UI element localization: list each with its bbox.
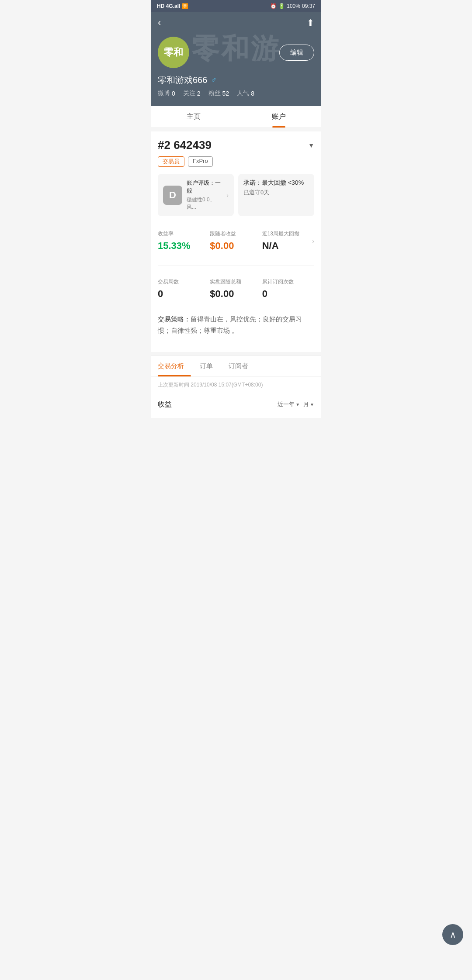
stat-weibo-value: 0 (172, 90, 175, 97)
metric-follower-value: $0.00 (210, 240, 262, 252)
username-row: 零和游戏666 ♂ (158, 74, 314, 86)
filter-month-label: 月 (303, 400, 309, 408)
metric-return-label: 收益率 (158, 230, 210, 238)
profile-header: 零和游 ‹ ⬆ 零和 编辑 零和游戏666 ♂ 微博 0 关注 2 粉丝 52 … (151, 12, 321, 106)
metrics-grid-row1: 收益率 15.33% 跟随者收益 $0.00 近13周最大回撤 N/A › (158, 225, 314, 257)
tab-subscribers[interactable]: 订阅者 (229, 356, 255, 376)
filter-month-button[interactable]: 月 ▼ (303, 400, 314, 408)
metric-trade-weeks-label: 交易周数 (158, 278, 210, 286)
tab-orders[interactable]: 订单 (200, 356, 220, 376)
share-button[interactable]: ⬆ (307, 17, 314, 28)
status-left: HD 4G.all 🛜 (157, 3, 188, 9)
metric-follower-profit: 跟随者收益 $0.00 (210, 225, 262, 257)
account-id: #2 642439 (158, 138, 212, 152)
strategy-section: 交易策略：留得青山在，风控优先；良好的交易习惯；自律性强；尊重市场 。 (158, 314, 314, 336)
stat-weibo: 微博 0 (158, 90, 175, 97)
metric-return-rate: 收益率 15.33% (158, 225, 210, 257)
metric-drawdown-label: 近13周最大回撤 (262, 230, 314, 238)
metric-live-total: 实盘跟随总额 $0.00 (210, 273, 262, 305)
alarm-icon: ⏰ (270, 3, 277, 9)
rating-card[interactable]: D 账户评级：一般 稳健性0.0、风... › (158, 174, 234, 216)
metric-subscriptions-value: 0 (262, 288, 314, 300)
promise-title: 承诺：最大回撤 <30% (243, 179, 309, 187)
username: 零和游戏666 (158, 74, 207, 86)
account-content: #2 642439 ▼ 交易员 FxPro D 账户评级：一般 稳健性0.0、风… (151, 131, 321, 352)
battery-icon: 🔋 (278, 3, 285, 9)
promise-subtitle: 已遵守0天 (243, 189, 309, 197)
rating-card-arrow-icon: › (226, 192, 229, 199)
update-time: 上次更新时间 2019/10/08 15:07(GMT+08:00) (151, 377, 321, 393)
nav-row: ‹ ⬆ (158, 17, 314, 28)
time: 09:37 (302, 3, 315, 9)
badge-row: 交易员 FxPro (158, 156, 314, 167)
metric-drawdown-value: N/A (262, 240, 314, 252)
metric-return-value: 15.33% (158, 240, 210, 252)
rating-subtitle: 稳健性0.0、风... (187, 196, 222, 211)
account-id-row: #2 642439 ▼ (158, 138, 314, 152)
promise-card: 承诺：最大回撤 <30% 已遵守0天 (238, 174, 314, 216)
metrics-grid-row2: 交易周数 0 实盘跟随总额 $0.00 累计订阅次数 0 (158, 273, 314, 305)
dropdown-arrow-icon[interactable]: ▼ (308, 142, 314, 149)
metric-trade-weeks: 交易周数 0 (158, 273, 210, 305)
metric-follower-label: 跟随者收益 (210, 230, 262, 238)
stats-row: 微博 0 关注 2 粉丝 52 人气 8 (158, 90, 314, 97)
stat-follow-label: 关注 (183, 90, 195, 97)
stat-popularity-value: 8 (251, 90, 254, 97)
revenue-section: 收益 近一年 ▼ 月 ▼ (151, 393, 321, 418)
back-button[interactable]: ‹ (158, 18, 161, 28)
analysis-tabs-section: 交易分析 订单 订阅者 上次更新时间 2019/10/08 15:07(GMT+… (151, 355, 321, 393)
metric-trade-weeks-value: 0 (158, 288, 210, 300)
status-right: ⏰ 🔋 100% 09:37 (270, 3, 315, 9)
profile-tabs: 主页 账户 (151, 106, 321, 128)
metric-subscriptions: 累计订阅次数 0 (262, 273, 314, 305)
strategy-title: 交易策略： (158, 315, 191, 323)
stat-popularity: 人气 8 (237, 90, 254, 97)
revenue-header: 收益 近一年 ▼ 月 ▼ (158, 400, 314, 409)
info-cards: D 账户评级：一般 稳健性0.0、风... › 承诺：最大回撤 <30% 已遵守… (158, 174, 314, 216)
metric-live-total-label: 实盘跟随总额 (210, 278, 262, 286)
rating-title: 账户评级：一般 (187, 179, 222, 195)
analysis-tab-row: 交易分析 订单 订阅者 (151, 356, 321, 377)
tab-account[interactable]: 账户 (236, 106, 321, 128)
filter-row: 近一年 ▼ 月 ▼ (278, 400, 314, 408)
stat-fans: 粉丝 52 (208, 90, 229, 97)
tab-trading-analysis[interactable]: 交易分析 (158, 356, 191, 376)
stat-follow-value: 2 (197, 90, 201, 97)
divider (158, 266, 314, 266)
battery-percent: 100% (287, 3, 300, 9)
badge-fxpro: FxPro (188, 156, 213, 167)
edit-button[interactable]: 编辑 (279, 45, 314, 61)
stat-follow: 关注 2 (183, 90, 201, 97)
profile-info-row: 零和 编辑 (158, 37, 314, 68)
revenue-title: 收益 (158, 400, 172, 409)
stat-fans-value: 52 (222, 90, 229, 97)
stat-weibo-label: 微博 (158, 90, 170, 97)
status-bar: HD 4G.all 🛜 ⏰ 🔋 100% 09:37 (151, 0, 321, 12)
tab-home[interactable]: 主页 (151, 106, 236, 128)
badge-trader: 交易员 (158, 156, 184, 167)
stat-popularity-label: 人气 (237, 90, 249, 97)
gender-icon: ♂ (211, 76, 217, 85)
metrics-row1-arrow-icon[interactable]: › (312, 238, 314, 245)
stat-fans-label: 粉丝 (208, 90, 221, 97)
filter-year-arrow-icon: ▼ (295, 402, 300, 407)
filter-year-button[interactable]: 近一年 ▼ (278, 400, 300, 408)
rating-card-text: 账户评级：一般 稳健性0.0、风... (187, 179, 222, 211)
metric-subscriptions-label: 累计订阅次数 (262, 278, 314, 286)
filter-month-arrow-icon: ▼ (310, 402, 314, 407)
rating-letter: D (163, 186, 182, 205)
filter-year-label: 近一年 (278, 400, 295, 408)
metric-live-total-value: $0.00 (210, 288, 262, 300)
metric-drawdown: 近13周最大回撤 N/A (262, 225, 314, 257)
avatar: 零和 (158, 37, 189, 68)
